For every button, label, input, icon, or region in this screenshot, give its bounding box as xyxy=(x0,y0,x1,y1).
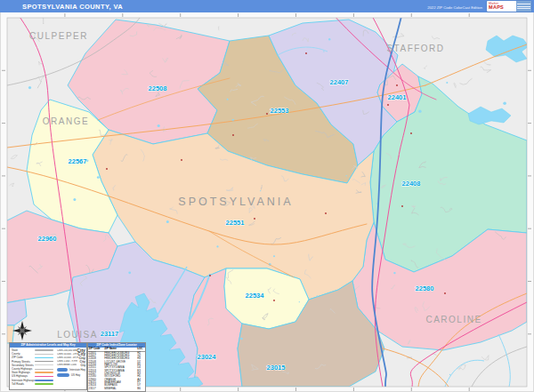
town-dot xyxy=(401,205,403,207)
town-dot xyxy=(181,159,182,161)
legend-city-row: Cities below 1,000City xyxy=(57,364,85,367)
legend-line-sample xyxy=(35,369,53,370)
pond xyxy=(227,99,229,100)
zip-label-22567: 22567 xyxy=(69,157,87,165)
pond xyxy=(73,198,76,201)
pond xyxy=(260,190,261,191)
pond xyxy=(273,255,275,257)
zip-label-22960: 22960 xyxy=(38,235,57,243)
brand-maps-text: MAPS xyxy=(489,5,515,11)
town-dot xyxy=(305,52,307,54)
zip-label-22534: 22534 xyxy=(246,292,265,300)
pond xyxy=(216,245,218,247)
brand-logo: Market MAPS xyxy=(487,1,531,12)
town-dot xyxy=(444,292,446,294)
pond xyxy=(446,82,448,84)
pond xyxy=(240,338,243,340)
legend-row-toll-roads: Toll Roads xyxy=(12,382,56,386)
town-dot xyxy=(254,218,255,220)
legend-line-sample xyxy=(35,383,53,385)
page: { "header": { "title": "SPOTSYLVANIA COU… xyxy=(0,0,534,392)
zip-label-22580: 22580 xyxy=(416,284,434,292)
legend-line-sample xyxy=(35,349,53,351)
pond xyxy=(299,301,300,302)
pond xyxy=(503,101,506,105)
county-label-orange: ORANGE xyxy=(43,116,89,126)
town-dot xyxy=(266,113,268,115)
town-dot xyxy=(387,104,389,106)
legend-line-sample xyxy=(35,380,53,381)
town-dot xyxy=(273,300,275,301)
pond xyxy=(97,176,100,179)
pond xyxy=(323,51,324,52)
legend-line-sample xyxy=(35,372,53,373)
zip-table-row: 23117MINERALB6 xyxy=(88,388,145,390)
zip-label-23117: 23117 xyxy=(101,330,118,338)
zip-label-22408: 22408 xyxy=(402,180,421,188)
zip-label-22553: 22553 xyxy=(271,107,289,115)
county-label-louisa: LOUISA xyxy=(57,330,98,340)
town-dot xyxy=(106,168,108,170)
town-dot xyxy=(325,212,327,214)
pond xyxy=(317,295,319,297)
pond xyxy=(346,175,347,176)
map-canvas: CULPEPERORANGESTAFFORDLOUISACAROLINE SPO… xyxy=(0,12,529,387)
map-legend: ZIP Administrative Levels and Map Key St… xyxy=(9,342,87,390)
county-label-culpeper: CULPEPER xyxy=(29,31,88,41)
edition-label: 2022 ZIP Code ColorCast Edition xyxy=(427,5,482,10)
pond xyxy=(328,38,330,40)
highway-shield-sample xyxy=(57,368,68,372)
zip-label-22551: 22551 xyxy=(226,219,245,227)
pond xyxy=(418,110,421,113)
pond xyxy=(376,203,377,204)
legend-shield-row: US Hwy xyxy=(57,372,85,378)
highway-shield-sample xyxy=(57,373,69,377)
pond xyxy=(158,124,160,127)
county-map: CULPEPERORANGESTAFFORDLOUISACAROLINE SPO… xyxy=(0,0,534,392)
legend-line-sample xyxy=(35,357,53,359)
legend-line-sample xyxy=(35,354,53,356)
zip-index-table: ZIP Code Index/Zone Locator ZIP CodeZIP … xyxy=(87,342,146,392)
zip-label-22401: 22401 xyxy=(388,93,407,101)
brand-fineprint xyxy=(516,1,531,12)
pond xyxy=(449,374,450,375)
town-dot xyxy=(209,275,211,276)
legend-line-rows: StateCountyZIP CodePrimary StreetsSecond… xyxy=(10,348,57,386)
page-title: SPOTSYLVANIA COUNTY, VA xyxy=(22,3,123,11)
town-dot xyxy=(396,84,398,86)
county-name-label: SPOTSYLVANIA xyxy=(178,196,293,208)
zip-label-22508: 22508 xyxy=(149,84,167,92)
title-bar: SPOTSYLVANIA COUNTY, VA 2022 ZIP Code Co… xyxy=(0,0,534,12)
legend-city-rows: Cities 200,000 and aboveCityCities 50,00… xyxy=(57,348,86,386)
pond xyxy=(166,220,169,223)
legend-line-sample xyxy=(35,376,53,378)
pond xyxy=(393,272,395,274)
zip-label-23024: 23024 xyxy=(198,353,217,361)
zip-label-23015: 23015 xyxy=(267,364,286,372)
zip-label-22407: 22407 xyxy=(330,78,349,86)
pond xyxy=(28,86,31,89)
pond xyxy=(128,271,131,274)
legend-line-sample xyxy=(35,364,53,365)
county-label-caroline: CAROLINE xyxy=(425,315,481,324)
town-dot xyxy=(410,132,412,134)
legend-line-sample xyxy=(35,361,53,362)
county-label-stafford: STAFFORD xyxy=(386,44,444,53)
town-dot xyxy=(232,134,234,136)
